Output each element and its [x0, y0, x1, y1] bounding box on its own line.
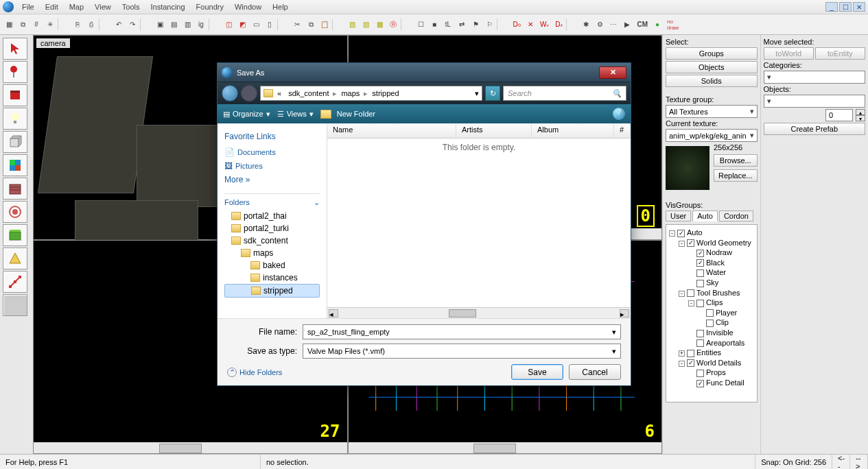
select-objects-button[interactable]: Objects	[666, 61, 758, 73]
h-scrollbar[interactable]: ◂ ▸	[327, 307, 631, 318]
toworld-button[interactable]: toWorld	[764, 47, 814, 60]
folder-item[interactable]: instances	[224, 272, 320, 284]
tool-cm-icon[interactable]: CM	[635, 18, 650, 32]
tool-do-icon[interactable]: D₀	[511, 18, 523, 32]
tool-undo-icon[interactable]: ↶	[113, 18, 125, 32]
decal-tool[interactable]	[3, 201, 27, 223]
tool-sel3-icon[interactable]: ▭	[250, 18, 262, 32]
nav-back-button[interactable]	[222, 85, 238, 101]
tool-3d-icon[interactable]: ⧉	[16, 18, 29, 32]
menu-edit[interactable]: Edit	[40, 1, 64, 12]
select-groups-button[interactable]: Groups	[666, 47, 758, 60]
tool-gear-icon[interactable]: ⚙	[594, 18, 606, 32]
folder-item[interactable]: portal2_turki	[224, 222, 320, 234]
tool-hash-icon[interactable]: #	[30, 18, 43, 32]
organize-button[interactable]: ▤ Organize ▾	[223, 110, 270, 119]
search-input[interactable]: Search 🔍	[503, 86, 626, 101]
tool-star-icon[interactable]: ✱	[580, 18, 592, 32]
tool-cross-icon[interactable]: ✕	[524, 18, 537, 32]
col-name[interactable]: Name	[327, 123, 456, 138]
tool-haz1-icon[interactable]: ▨	[346, 18, 358, 32]
tool-cube2-icon[interactable]: ▤	[167, 18, 180, 32]
folder-item[interactable]: maps	[224, 247, 320, 259]
menu-instancing[interactable]: Instancing	[145, 1, 190, 12]
filename-input[interactable]: sp_a2_trust_fling_empty▾	[303, 324, 621, 339]
tool-wv-icon[interactable]: Wᵥ	[538, 18, 551, 32]
restore-button[interactable]: ☐	[839, 2, 852, 12]
tab-cordon[interactable]: Cordon	[719, 211, 753, 221]
stepper-up[interactable]: ▴	[856, 109, 865, 115]
cancel-button[interactable]: Cancel	[569, 364, 621, 380]
tool-flag2-icon[interactable]: ⚐	[483, 18, 495, 32]
tool-copy2-icon[interactable]: ⧉	[305, 18, 317, 32]
menu-help[interactable]: Help	[267, 1, 294, 12]
folder-item[interactable]: portal2_thai	[224, 210, 320, 222]
folder-item[interactable]: sdk_content	[224, 234, 320, 247]
menu-foundry[interactable]: Foundry	[191, 1, 229, 12]
link-documents[interactable]: 📄 Documents	[224, 145, 320, 159]
tool-dr-icon[interactable]: Dᵣ	[552, 18, 565, 32]
tool-snap-icon[interactable]: ✳	[44, 18, 56, 32]
categories-dropdown[interactable]	[764, 71, 865, 84]
create-prefab-button[interactable]: Create Prefab	[764, 123, 865, 135]
tool-arrows-icon[interactable]: ⇄	[456, 18, 468, 32]
visgroup-item[interactable]: Areaportals	[669, 338, 754, 348]
visgroup-item[interactable]: -✓World Geometry	[669, 238, 754, 248]
menu-window[interactable]: Window	[229, 1, 267, 12]
block-tool[interactable]	[3, 131, 27, 153]
visgroup-item[interactable]: Invisible	[669, 328, 754, 338]
help-icon[interactable]: ?	[613, 108, 625, 120]
tool-fill-icon[interactable]: ■	[428, 18, 441, 32]
visgroup-item[interactable]: -Tool Brushes	[669, 288, 754, 298]
tool-grid-icon[interactable]: ▦	[3, 18, 15, 32]
close-button[interactable]: ✕	[853, 2, 865, 12]
visgroup-item[interactable]: -✓Auto	[669, 228, 754, 238]
tab-auto[interactable]: Auto	[692, 211, 718, 221]
folder-tree[interactable]: portal2_thaiportal2_turkisdk_contentmaps…	[224, 210, 320, 298]
folder-item[interactable]: stripped	[224, 284, 320, 298]
folders-collapse-icon[interactable]: ⌄	[314, 198, 320, 207]
tool-nodraw-icon[interactable]: nodraw	[665, 18, 681, 32]
toentity-button[interactable]: toEntity	[815, 47, 865, 60]
dialog-titlebar[interactable]: Save As ✕	[218, 63, 631, 82]
visgroup-item[interactable]: +Entities	[669, 348, 754, 358]
blank-tool[interactable]	[3, 294, 27, 316]
selection-tool[interactable]	[3, 38, 27, 60]
tool-tl-icon[interactable]: tL	[442, 18, 454, 32]
menu-file[interactable]: File	[16, 1, 40, 12]
dialog-close-button[interactable]: ✕	[599, 67, 626, 79]
tool-copy-icon[interactable]: ⎘	[71, 18, 84, 32]
menu-map[interactable]: Map	[64, 1, 89, 12]
browse-button[interactable]: Browse...	[714, 154, 758, 167]
visgroups-tree[interactable]: -✓Auto-✓World Geometry✓Nodraw✓BlackWater…	[666, 224, 758, 402]
vertex-tool[interactable]	[3, 271, 27, 293]
visgroup-item[interactable]: -✓World Details	[669, 358, 754, 368]
link-more[interactable]: More »	[224, 173, 320, 187]
tool-haz3-icon[interactable]: ▩	[373, 18, 386, 32]
tool-cube3-icon[interactable]: ▥	[181, 18, 193, 32]
visgroup-item[interactable]: Clip	[669, 317, 754, 328]
views-button[interactable]: ☰ Views ▾	[277, 110, 314, 119]
tool-sel4-icon[interactable]: ▯	[263, 18, 276, 32]
tool-dots-icon[interactable]: ⋯	[607, 18, 620, 32]
tool-flag-icon[interactable]: ⚑	[469, 18, 482, 32]
status-arrow-right[interactable]: -->	[850, 455, 868, 469]
stepper-down[interactable]: ▾	[856, 115, 865, 121]
folder-item[interactable]: baked	[224, 259, 320, 272]
tool-leaf-icon[interactable]: ●	[651, 18, 664, 32]
col-artists[interactable]: Artists	[456, 123, 532, 138]
visgroup-item[interactable]: -Clips	[669, 298, 754, 308]
visgroup-item[interactable]: Sky	[669, 278, 754, 288]
tool-haz2-icon[interactable]: ▧	[360, 18, 372, 32]
tab-user[interactable]: User	[666, 211, 691, 221]
tool-r-icon[interactable]: Ⓡ	[387, 18, 399, 32]
col-num[interactable]: #	[614, 123, 631, 138]
visgroup-item[interactable]: Props	[669, 368, 754, 378]
tool-play-icon[interactable]: ▶	[621, 18, 633, 32]
breadcrumb[interactable]: « sdk_content▸ maps▸ stripped ▾	[260, 86, 482, 101]
refresh-button[interactable]: ↻	[485, 86, 500, 101]
nav-forward-button[interactable]	[241, 85, 257, 101]
tool-ig-icon[interactable]: ig	[195, 18, 207, 32]
replace-button[interactable]: Replace...	[714, 169, 758, 182]
entity-tool[interactable]	[3, 84, 27, 106]
